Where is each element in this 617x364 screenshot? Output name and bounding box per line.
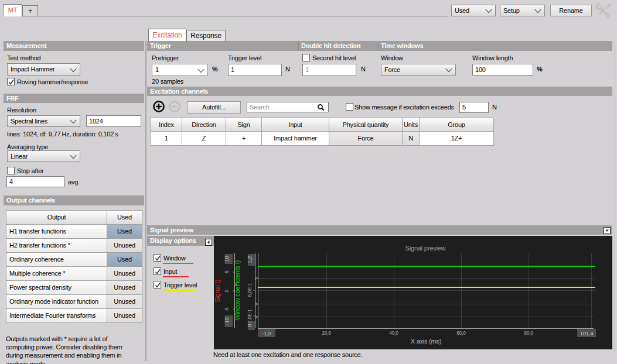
svg-text:Window coefficients (): Window coefficients (): [234, 260, 241, 321]
svg-text:20,0: 20,0: [322, 330, 331, 336]
svg-text:X axis (ms): X axis (ms): [411, 338, 442, 345]
svg-text:101,4: 101,4: [580, 330, 594, 336]
svg-text:10: 10: [223, 256, 230, 262]
svg-text:1,2: 1,2: [246, 256, 253, 264]
svg-text:-1,0: -1,0: [262, 330, 271, 336]
svg-text:60,0: 60,0: [456, 330, 466, 336]
svg-text:Signal preview: Signal preview: [405, 245, 446, 252]
svg-text:6,0E-1: 6,0E-1: [247, 283, 253, 297]
svg-text:-10: -10: [223, 317, 230, 325]
svg-text:80,0: 80,0: [524, 330, 533, 336]
svg-text:2,0E-1: 2,0E-1: [247, 309, 253, 323]
svg-text:0: 0: [224, 289, 230, 292]
svg-text:5: 5: [224, 270, 230, 273]
svg-text:40,0: 40,0: [389, 330, 398, 336]
svg-text:0: 0: [246, 324, 253, 327]
svg-text:-5: -5: [224, 307, 230, 312]
svg-text:Signal (): Signal (): [214, 280, 221, 303]
